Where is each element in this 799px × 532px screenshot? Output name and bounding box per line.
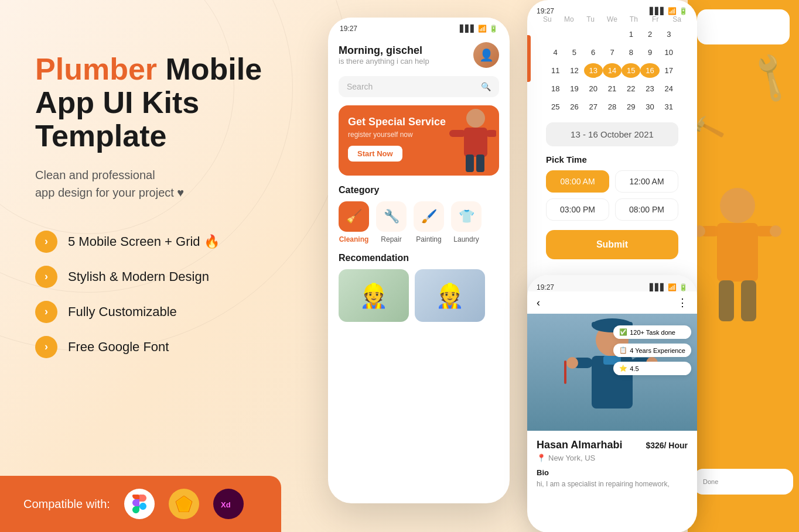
svg-point-28 xyxy=(770,225,781,237)
phone-time: 19:27 xyxy=(340,25,357,33)
subtitle: Clean and professionalapp design for you… xyxy=(35,166,299,201)
orange-accent xyxy=(527,35,531,82)
profile-price: $326/ Hour xyxy=(646,441,688,450)
rec-card-1[interactable]: 👷 xyxy=(339,269,409,322)
svg-rect-10 xyxy=(476,155,484,172)
cal-day-16[interactable]: 16 xyxy=(640,63,659,78)
search-bar[interactable]: Search 🔍 xyxy=(339,76,499,97)
cal-day-15[interactable]: 15 xyxy=(622,63,640,78)
pick-time-section: Pick Time 08:00 AM 12:00 AM 03:00 PM 08:… xyxy=(537,155,688,221)
feature-text-screens: 5 Mobile Screen + Grid 🔥 xyxy=(68,234,220,249)
location-text: New York, US xyxy=(548,454,595,462)
time-1200am[interactable]: 12:00 AM xyxy=(615,170,678,193)
rec-card-2[interactable]: 👷 xyxy=(415,269,485,322)
painting-icon-box: 🖌️ xyxy=(414,201,444,232)
feature-bullet-customize: › xyxy=(35,301,57,323)
yellow-panel-inner: Done 🔧 🔨 xyxy=(688,9,799,532)
profile-name: Hasan Almarhabi xyxy=(537,439,622,451)
title-orange: Plumber xyxy=(35,52,157,86)
location-pin-icon: 📍 xyxy=(537,454,546,462)
profile-nav: ‹ ⋮ xyxy=(527,291,697,314)
rating-text: 4.5 xyxy=(630,365,638,372)
profile-status-icons: ▋▋▋ 📶 🔋 xyxy=(650,283,688,291)
cleaning-icon-box: 🧹 xyxy=(339,201,369,232)
profile-image-area: ✅ 120+ Task done 📋 4 Years Experience ⭐ … xyxy=(527,314,697,431)
promo-banner: Get Special Service register yourself no… xyxy=(339,105,499,176)
svg-rect-6 xyxy=(464,128,487,157)
cal-battery-icon: 🔋 xyxy=(679,7,688,15)
time-grid: 08:00 AM 12:00 AM 03:00 PM 08:00 PM xyxy=(546,170,678,221)
submit-button[interactable]: Submit xyxy=(546,230,678,259)
svg-rect-25 xyxy=(719,280,734,321)
calendar-days-header: Su Mo Tu We Th Fr Sa xyxy=(537,15,688,23)
search-placeholder: Search xyxy=(347,82,373,91)
phone-status-bar: 19:27 ▋▋▋ 📶 🔋 xyxy=(328,18,510,33)
category-repair[interactable]: 🔧 Repair xyxy=(376,201,407,243)
date-range-display: 13 - 16 October 2021 xyxy=(546,122,678,146)
time-0800pm[interactable]: 08:00 PM xyxy=(615,198,678,221)
category-painting[interactable]: 🖌️ Painting xyxy=(414,201,444,243)
cal-day-13[interactable]: 13 xyxy=(584,63,603,78)
title-line1: Plumber Mobile xyxy=(35,53,299,86)
calendar-status-icons: ▋▋▋ 📶 🔋 xyxy=(650,7,688,15)
task-text: 120+ Task done xyxy=(630,329,675,336)
profile-name-price-row: Hasan Almarhabi $326/ Hour xyxy=(537,439,688,451)
task-icon: ✅ xyxy=(619,328,627,336)
experience-text: 4 Years Experience xyxy=(630,347,685,354)
painting-label: Painting xyxy=(416,235,441,243)
feature-bullet-design: › xyxy=(35,266,57,288)
features-list: › 5 Mobile Screen + Grid 🔥 › Stylish & M… xyxy=(35,231,299,358)
title-line2: App UI Kits Template xyxy=(35,86,299,153)
feature-customize: › Fully Customizable xyxy=(35,301,299,323)
cleaning-icon: 🧹 xyxy=(346,209,362,224)
calendar-grid: 1 2 3 4 5 6 7 8 9 10 11 12 13 14 15 16 1… xyxy=(537,27,688,114)
banner-cta-button[interactable]: Start Now xyxy=(348,146,402,162)
feature-font: › Free Google Font xyxy=(35,336,299,358)
right-yellow-panel: Done 🔧 🔨 xyxy=(688,0,799,532)
compatible-bar: Compatible with: Xd xyxy=(0,476,281,532)
repair-icon: 🔧 xyxy=(384,209,400,224)
repair-label: Repair xyxy=(381,235,401,243)
greeting-text: Morning, gischel is there anything i can… xyxy=(339,44,429,66)
category-cleaning[interactable]: 🧹 Cleaning xyxy=(339,201,369,243)
prof-wifi-icon: 📶 xyxy=(668,283,677,291)
feature-bullet-font: › xyxy=(35,336,57,358)
svg-text:Xd: Xd xyxy=(221,500,231,509)
right-worker-svg xyxy=(691,182,784,346)
back-icon[interactable]: ‹ xyxy=(537,297,540,309)
svg-rect-22 xyxy=(717,223,758,282)
svg-rect-26 xyxy=(741,280,756,321)
cleaning-label: Cleaning xyxy=(339,235,369,243)
profile-info: Hasan Almarhabi $326/ Hour 📍 New York, U… xyxy=(527,431,697,497)
battery-icon: 🔋 xyxy=(489,25,498,33)
task-badge: ✅ 120+ Task done xyxy=(613,325,691,339)
calendar-section: Su Mo Tu We Th Fr Sa 1 2 3 4 5 6 7 8 9 1… xyxy=(527,15,697,269)
title-block: Plumber Mobile App UI Kits Template xyxy=(35,53,299,153)
feature-text-design: Stylish & Modern Design xyxy=(68,269,209,284)
greeting-subtitle: is there anything i can help xyxy=(339,57,429,66)
profile-status-bar: 19:27 ▋▋▋ 📶 🔋 xyxy=(527,275,697,291)
banner-worker-figure xyxy=(438,105,496,176)
feature-bullet-screens: › xyxy=(35,231,57,253)
laundry-icon: 👕 xyxy=(459,209,474,224)
experience-icon: 📋 xyxy=(619,346,627,354)
avatar: 👤 xyxy=(473,42,499,68)
feature-screens: › 5 Mobile Screen + Grid 🔥 xyxy=(35,231,299,253)
sketch-icon xyxy=(169,489,199,519)
search-icon: 🔍 xyxy=(481,82,491,91)
category-items: 🧹 Cleaning 🔧 Repair 🖌️ Painting 👕 xyxy=(339,201,499,243)
xd-icon: Xd xyxy=(213,489,244,519)
recommendation-items: 👷 👷 xyxy=(339,269,499,322)
time-0300pm[interactable]: 03:00 PM xyxy=(546,198,609,221)
feature-text-font: Free Google Font xyxy=(68,339,169,355)
cal-day-14[interactable]: 14 xyxy=(603,63,622,78)
time-0800am[interactable]: 08:00 AM xyxy=(546,170,609,193)
pick-time-title: Pick Time xyxy=(546,155,678,164)
more-icon[interactable]: ⋮ xyxy=(677,296,688,309)
bio-title: Bio xyxy=(537,468,688,477)
recommendation-title: Recomendation xyxy=(339,253,499,263)
category-laundry[interactable]: 👕 Laundry xyxy=(451,201,482,243)
greeting-name: Morning, gischel xyxy=(339,44,429,57)
signal-icon: ▋▋▋ xyxy=(460,25,476,33)
calendar-time: 19:27 xyxy=(537,7,554,15)
